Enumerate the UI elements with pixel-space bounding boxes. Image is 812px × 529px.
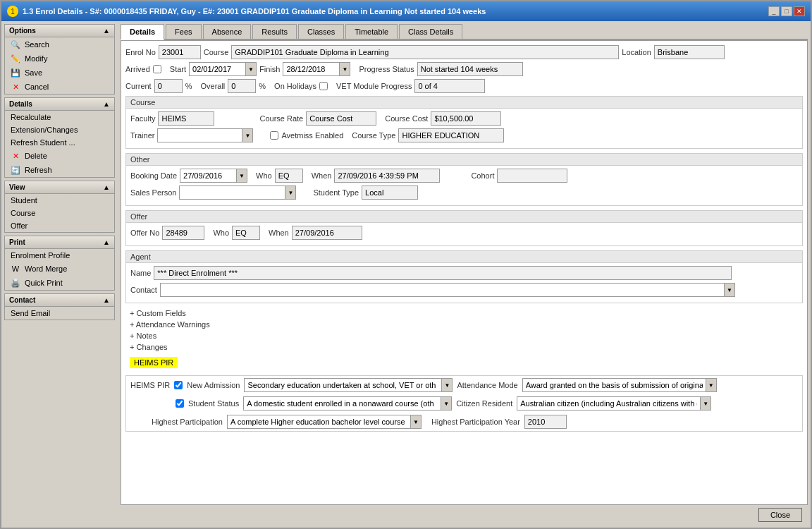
course-cost-input[interactable] xyxy=(431,111,501,126)
enrol-row: Enrol No Course Location xyxy=(125,45,803,59)
course-input[interactable] xyxy=(231,45,619,59)
offer-when-label: When xyxy=(269,229,289,237)
close-window-button[interactable]: ✕ xyxy=(794,6,805,16)
sales-person-dropdown[interactable]: ▼ xyxy=(285,186,296,200)
print-header: Print ▲ xyxy=(5,236,114,249)
notes-row[interactable]: + Notes xyxy=(125,330,803,341)
student-status-dropdown[interactable]: ▼ xyxy=(441,396,452,411)
course-rate-input[interactable] xyxy=(306,111,376,126)
sidebar-item-search[interactable]: 🔍 Search xyxy=(5,37,114,51)
trainer-dropdown[interactable]: ▼ xyxy=(242,128,253,142)
overall-input[interactable] xyxy=(228,79,256,93)
sidebar-item-offer[interactable]: Offer xyxy=(5,219,114,232)
highest-participation-year-input[interactable] xyxy=(524,415,567,429)
sidebar-item-course[interactable]: Course xyxy=(5,207,114,219)
changes-row[interactable]: + Changes xyxy=(125,341,803,353)
cohort-input[interactable] xyxy=(497,169,567,183)
sidebar-item-refresh-student[interactable]: Refresh Student ... xyxy=(5,136,114,149)
faculty-input[interactable] xyxy=(158,111,214,126)
avetmiss-label: Avetmiss Enabled xyxy=(281,131,343,140)
new-admission-dropdown-1[interactable]: ▼ xyxy=(441,378,453,392)
enrol-no-input[interactable] xyxy=(159,45,201,59)
finish-label: Finish xyxy=(259,65,280,73)
course-type-input[interactable] xyxy=(398,128,504,142)
finish-date-dropdown[interactable]: ▼ xyxy=(339,62,350,76)
tab-details[interactable]: Details xyxy=(121,24,164,40)
location-input[interactable] xyxy=(654,45,725,59)
sidebar-item-extension-changes[interactable]: Extension/Changes xyxy=(5,123,114,136)
agent-section-label: Agent xyxy=(126,251,802,263)
custom-fields-row[interactable]: + Custom Fields xyxy=(125,308,803,319)
new-admission-checkbox-1[interactable] xyxy=(174,381,183,389)
attendance-mode-dropdown[interactable]: ▼ xyxy=(706,378,717,392)
close-button[interactable]: Close xyxy=(758,508,802,522)
app-icon: 1 xyxy=(7,6,18,17)
view-header: View ▲ xyxy=(5,181,114,194)
faculty-label: Faculty xyxy=(130,114,155,123)
tab-bar: Details Fees Absence Results Classes Tim… xyxy=(121,24,808,40)
sidebar-item-quick-print[interactable]: 🖨️ Quick Print xyxy=(5,276,114,290)
sidebar-item-recalculate[interactable]: Recalculate xyxy=(5,111,114,123)
minimize-button[interactable]: _ xyxy=(768,6,780,16)
cohort-label: Cohort xyxy=(471,171,494,180)
attendance-mode-input[interactable] xyxy=(522,378,706,392)
offer-when-input[interactable] xyxy=(292,226,362,240)
current-label: Current xyxy=(125,82,152,90)
booking-date-dropdown[interactable]: ▼ xyxy=(236,169,247,183)
sidebar-item-student[interactable]: Student xyxy=(5,194,114,207)
student-type-input[interactable] xyxy=(362,186,418,200)
on-holidays-checkbox[interactable] xyxy=(319,82,328,90)
when-input[interactable] xyxy=(334,169,440,183)
attendance-warnings-row[interactable]: + Attendance Warnings xyxy=(125,319,803,330)
tab-timetable[interactable]: Timetable xyxy=(345,24,398,39)
booking-date-input[interactable] xyxy=(180,169,236,183)
start-date-dropdown[interactable]: ▼ xyxy=(245,62,257,76)
citizen-resident-field: ▼ xyxy=(517,396,711,411)
highest-participation-input[interactable] xyxy=(227,415,410,429)
vet-module-progress-input[interactable] xyxy=(414,79,485,93)
trainer-input[interactable] xyxy=(157,128,242,142)
citizen-resident-dropdown[interactable]: ▼ xyxy=(700,396,711,411)
sidebar-item-word-merge[interactable]: W Word Merge xyxy=(5,262,114,276)
sidebar-item-delete[interactable]: ✕ Delete xyxy=(5,149,114,163)
sidebar-item-modify[interactable]: ✏️ Modify xyxy=(5,51,114,66)
highest-participation-dropdown[interactable]: ▼ xyxy=(410,415,422,429)
student-status-label: Student Status xyxy=(188,399,239,408)
current-input[interactable] xyxy=(154,79,183,93)
offer-section-label: Offer xyxy=(126,211,802,223)
citizen-resident-input[interactable] xyxy=(517,396,700,411)
maximize-button[interactable]: □ xyxy=(781,6,792,16)
sidebar-item-send-email[interactable]: Send Email xyxy=(5,307,114,320)
new-admission-checkbox-2[interactable] xyxy=(176,399,184,408)
tab-classes[interactable]: Classes xyxy=(298,24,344,39)
student-status-field: ▼ xyxy=(243,396,452,411)
tab-class-details[interactable]: Class Details xyxy=(399,24,462,39)
new-admission-input-1[interactable] xyxy=(244,378,441,392)
avetmiss-checkbox[interactable] xyxy=(270,131,278,140)
start-date-input[interactable] xyxy=(189,62,245,76)
contact-label: Contact xyxy=(130,286,157,294)
contact-row: Contact ▼ xyxy=(130,283,798,297)
tab-results[interactable]: Results xyxy=(252,24,297,39)
tab-fees[interactable]: Fees xyxy=(166,24,201,39)
sidebar-item-save[interactable]: 💾 Save xyxy=(5,66,114,80)
course-section: Course Faculty Course Rate Course Cost T… xyxy=(125,96,803,149)
offer-no-input[interactable] xyxy=(162,226,204,240)
contact-dropdown[interactable]: ▼ xyxy=(724,283,735,297)
course-label: Course xyxy=(204,48,228,56)
finish-date-input[interactable] xyxy=(283,62,339,76)
tab-absence[interactable]: Absence xyxy=(203,24,252,39)
student-status-input[interactable] xyxy=(243,396,441,411)
sales-person-input[interactable] xyxy=(179,186,285,200)
who-input[interactable] xyxy=(275,169,303,183)
print-section: Print ▲ Enrolment Profile W Word Merge 🖨… xyxy=(4,236,115,291)
sidebar-item-enrolment-profile[interactable]: Enrolment Profile xyxy=(5,249,114,262)
progress-status-input[interactable] xyxy=(417,62,523,76)
sidebar-item-refresh[interactable]: 🔄 Refresh xyxy=(5,163,114,177)
offer-who-input[interactable] xyxy=(232,226,260,240)
arrived-checkbox[interactable] xyxy=(153,65,161,73)
highest-participation-field: ▼ xyxy=(227,415,422,429)
name-input[interactable] xyxy=(154,266,732,280)
sidebar-item-cancel[interactable]: ✕ Cancel xyxy=(5,80,114,94)
contact-input[interactable] xyxy=(160,283,724,297)
